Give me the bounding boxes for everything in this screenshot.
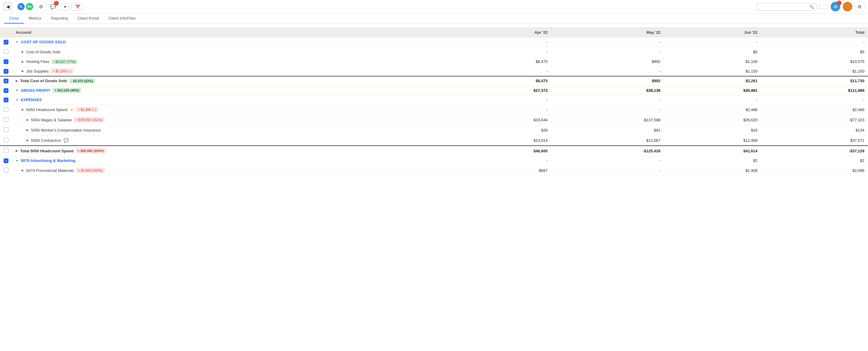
cell-apr: $687 xyxy=(454,165,551,176)
top-bar: ◀ TL BS ⚙ 💬 ▾ 📅 🔍 ✉ ⚙ xyxy=(0,0,868,13)
row-checkbox[interactable] xyxy=(4,148,8,153)
cell-total: $2 xyxy=(761,156,868,165)
cell-may: -$125,428 xyxy=(551,146,664,156)
account-name: COST OF GOODS SOLD xyxy=(21,40,66,44)
table-row: ✓▼GROSS PROFIT+ $13,225 (40%)$27,373$38,… xyxy=(0,86,868,95)
cell-apr: $33,644 xyxy=(454,115,551,125)
table-row: ▶5056 Worker's Compensation Insurance$26… xyxy=(0,125,868,135)
cell-may: - xyxy=(551,95,664,104)
variance-badge: + $13,225 (40%) xyxy=(53,88,81,93)
table-row: −▼5070 Advertising & Marketing--$2$2 xyxy=(0,156,868,165)
col-total: Total xyxy=(761,28,868,37)
expand-icon[interactable]: ▶ xyxy=(27,139,29,142)
table-row: ✓▼COST OF GOODS SOLD---- xyxy=(0,37,868,47)
chat-badge xyxy=(54,1,59,6)
col-account: Account xyxy=(12,28,454,37)
account-name: 5059 Contractors xyxy=(31,138,61,143)
transactions-table: Account Apr '22 May '22 Jun '22 Total ✓▼… xyxy=(0,28,868,176)
row-checkbox[interactable]: ✓ xyxy=(4,88,8,93)
table-row: ▶5054 Wages & Salaries+ $78,592 (151%)$3… xyxy=(0,115,868,125)
cell-total: $2,488 xyxy=(761,104,868,115)
cell-jun: $1,408 xyxy=(664,165,761,176)
tab-reporting[interactable]: Reporting xyxy=(46,13,72,24)
cell-apr: $27,373 xyxy=(454,86,551,95)
cell-total: -$37,129 xyxy=(761,146,868,156)
cell-may: $12,067 xyxy=(551,135,664,146)
cell-total: - xyxy=(761,37,868,47)
row-checkbox[interactable]: ✓ xyxy=(4,78,8,84)
cell-total: - xyxy=(761,95,868,104)
variance-badge: + $80,986 (206%) xyxy=(76,149,106,153)
cell-jun: $16 xyxy=(664,125,761,135)
table-header-row: Account Apr '22 May '22 Jun '22 Total xyxy=(0,28,868,37)
account-name: 5056 Worker's Compensation Insurance xyxy=(31,128,101,132)
back-button[interactable]: ◀ xyxy=(4,2,12,11)
account-name: 5074 Promotional Materials xyxy=(26,168,74,173)
row-checkbox[interactable]: ✓ xyxy=(4,69,8,74)
row-checkbox[interactable] xyxy=(4,137,8,142)
row-checkbox[interactable] xyxy=(4,168,8,172)
notification-badge xyxy=(837,1,841,5)
table-row: ✓▶Hosting Fees- $3,627 (77%)$8,475$992$1… xyxy=(0,57,868,66)
variance-badge: - $3,627 (77%) xyxy=(52,59,78,64)
cell-apr: - xyxy=(454,95,551,104)
cell-total: $1,150 xyxy=(761,66,868,76)
search-input[interactable] xyxy=(759,4,807,9)
col-apr: Apr '22 xyxy=(454,28,551,37)
account-name: GROSS PROFIT xyxy=(21,88,50,93)
expand-icon[interactable]: ▶ xyxy=(22,50,24,53)
row-checkbox[interactable] xyxy=(4,107,8,112)
tab-close[interactable]: Close xyxy=(4,13,24,24)
expand-icon[interactable]: ▼ xyxy=(16,159,19,162)
app-settings-icon[interactable]: ⚙ xyxy=(855,2,864,11)
expand-icon[interactable]: ▶ xyxy=(22,169,24,172)
expand-icon[interactable]: ▶ xyxy=(27,118,29,121)
comment-icon[interactable]: 💬 xyxy=(64,138,69,143)
nav-tabs: Close Metrics Reporting Client Portal Cl… xyxy=(0,13,868,24)
cell-may: - xyxy=(551,104,664,115)
row-checkbox[interactable] xyxy=(4,49,8,54)
expand-icon[interactable]: ▶ xyxy=(16,149,18,152)
row-checkbox[interactable]: − xyxy=(4,158,8,163)
user-avatar[interactable] xyxy=(843,2,852,11)
expand-icon[interactable]: ▶ xyxy=(22,69,24,72)
row-checkbox[interactable]: ✓ xyxy=(4,40,8,44)
search-box[interactable]: 🔍 xyxy=(756,3,817,10)
table-row: ▶5050 Headcount Spend★+ $2,488 (--)--$2,… xyxy=(0,104,868,115)
avatar-bs-green: BS xyxy=(25,2,34,11)
row-checkbox[interactable] xyxy=(4,127,8,132)
account-name: Total 5050 Headcount Spend xyxy=(20,149,73,153)
table-row: −▼EXPENSES---- xyxy=(0,95,868,104)
notification-button[interactable]: ✉ xyxy=(831,2,840,11)
expand-icon[interactable]: ▶ xyxy=(16,79,18,83)
cell-may: $992 xyxy=(551,76,664,86)
date-button[interactable]: 📅 xyxy=(71,3,83,10)
row-checkbox[interactable] xyxy=(4,117,8,122)
expand-icon[interactable]: ▶ xyxy=(27,129,29,132)
row-checkbox[interactable]: ✓ xyxy=(4,59,8,64)
cell-jun: $2,261 xyxy=(664,76,761,86)
status-select[interactable]: ▾ xyxy=(60,3,69,10)
settings-icon-btn[interactable]: ⚙ xyxy=(36,2,46,11)
start-timer-button[interactable] xyxy=(819,4,828,9)
tab-client-info[interactable]: Client Info/Files xyxy=(103,13,141,24)
variance-badge: - $2,472 (52%) xyxy=(69,78,95,84)
chevron-down-icon: ▾ xyxy=(64,4,66,9)
variance-badge: + $2,488 (--) xyxy=(76,107,98,112)
row-checkbox[interactable]: − xyxy=(4,98,8,102)
account-name: Total Cost of Goods Sold xyxy=(20,78,67,83)
cell-jun: $2 xyxy=(664,156,761,165)
expand-icon[interactable]: ▶ xyxy=(22,60,24,63)
expand-icon[interactable]: ▶ xyxy=(22,108,24,111)
sub-header xyxy=(0,24,868,28)
cell-total: -$77,323 xyxy=(761,115,868,125)
account-name: EXPENSES xyxy=(21,98,42,102)
expand-icon[interactable]: ▼ xyxy=(16,40,19,43)
expand-icon[interactable]: ▼ xyxy=(16,89,19,92)
tab-metrics[interactable]: Metrics xyxy=(24,13,46,24)
variance-badge: + $1,150 (--) xyxy=(51,69,73,73)
tab-client-portal[interactable]: Client Portal xyxy=(73,13,104,24)
cell-jun: $1,150 xyxy=(664,66,761,76)
chat-icon-btn[interactable]: 💬 xyxy=(48,2,58,11)
expand-icon[interactable]: ▼ xyxy=(16,98,19,101)
